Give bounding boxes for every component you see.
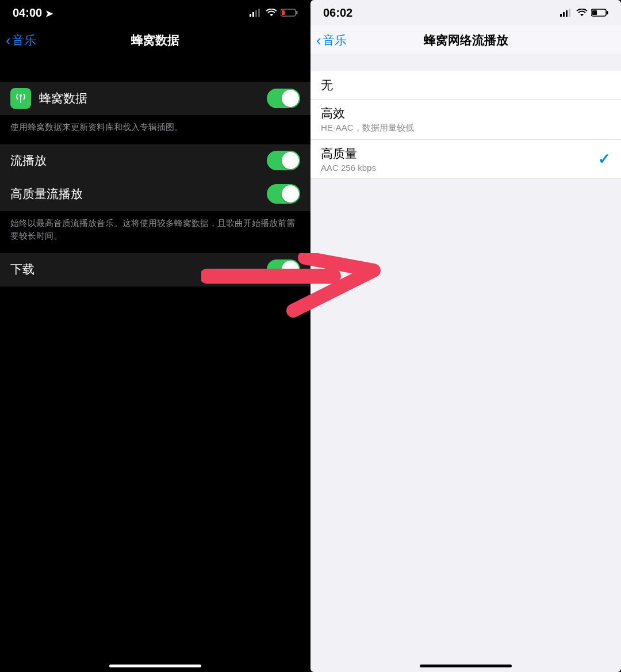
- svg-rect-6: [296, 11, 298, 14]
- nav-bar: ‹ 音乐 蜂窝数据: [0, 25, 310, 55]
- page-title: 蜂窝网络流播放: [310, 32, 621, 48]
- option-title: 高质量: [321, 146, 598, 162]
- toggle-hq-streaming[interactable]: [267, 184, 300, 204]
- toggle-download[interactable]: [267, 259, 300, 279]
- battery-icon: [591, 9, 608, 17]
- status-bar: 06:02: [310, 0, 621, 25]
- row-download[interactable]: 下载: [0, 253, 310, 287]
- option-subtitle: AAC 256 kbps: [321, 163, 598, 173]
- home-indicator[interactable]: [420, 665, 512, 667]
- option-title: 无: [321, 77, 611, 93]
- row-cellular-data[interactable]: 蜂窝数据: [0, 82, 310, 115]
- toggle-cellular[interactable]: [267, 89, 300, 108]
- antenna-icon: [10, 88, 31, 109]
- svg-rect-14: [607, 11, 608, 14]
- wifi-icon: [576, 9, 588, 17]
- page-title: 蜂窝数据: [0, 32, 310, 48]
- option-title: 高效: [321, 105, 611, 121]
- nav-bar: ‹ 音乐 蜂窝网络流播放: [310, 25, 621, 55]
- status-bar: 04:00 ➤: [0, 0, 310, 25]
- row-label: 蜂窝数据: [39, 90, 267, 106]
- status-time: 04:00 ➤: [13, 6, 53, 20]
- row-label: 高质量流播放: [10, 186, 267, 202]
- row-label: 下载: [10, 261, 267, 277]
- status-time: 06:02: [323, 6, 352, 20]
- quality-options: 无 高效 HE-AAC，数据用量较低 高质量 AAC 256 kbps ✓: [310, 71, 621, 179]
- wifi-icon: [266, 9, 277, 17]
- row-label: 流播放: [10, 152, 267, 169]
- checkmark-icon: ✓: [598, 150, 611, 168]
- home-indicator[interactable]: [109, 665, 201, 667]
- svg-rect-5: [282, 10, 285, 15]
- footer-cellular: 使用蜂窝数据来更新资料库和载入专辑插图。: [0, 115, 310, 144]
- phone-left-dark: 04:00 ➤ ‹ 音乐 蜂窝数据 蜂窝数据 使用蜂窝数据来更新资料库和载入专辑…: [0, 0, 310, 672]
- svg-rect-1: [252, 12, 254, 17]
- battery-icon: [281, 9, 298, 17]
- option-subtitle: HE-AAC，数据用量较低: [321, 123, 611, 133]
- option-efficient[interactable]: 高效 HE-AAC，数据用量较低: [310, 100, 621, 140]
- toggle-streaming[interactable]: [267, 151, 300, 170]
- row-streaming[interactable]: 流播放: [0, 144, 310, 178]
- row-hq-streaming[interactable]: 高质量流播放: [0, 178, 310, 211]
- footer-hq: 始终以最高音质流播放音乐。这将使用较多蜂窝数据，且歌曲开始播放前需要较长时间。: [0, 211, 310, 253]
- option-high-quality[interactable]: 高质量 AAC 256 kbps ✓: [310, 140, 621, 179]
- svg-rect-10: [566, 10, 568, 17]
- svg-rect-9: [563, 12, 565, 17]
- signal-icon: [250, 9, 262, 17]
- status-icons: [560, 9, 608, 17]
- svg-rect-11: [569, 9, 570, 17]
- signal-icon: [560, 9, 573, 17]
- svg-rect-13: [592, 10, 597, 15]
- svg-rect-8: [560, 14, 562, 17]
- location-icon: ➤: [45, 9, 53, 18]
- svg-rect-3: [258, 9, 260, 17]
- status-icons: [250, 9, 298, 17]
- svg-point-7: [20, 94, 22, 97]
- phone-right-light: 06:02 ‹ 音乐 蜂窝网络流播放 无 高效 HE-AAC，数据用量较低: [310, 0, 621, 672]
- option-none[interactable]: 无: [310, 71, 621, 100]
- svg-rect-0: [250, 14, 251, 17]
- svg-rect-2: [255, 10, 257, 17]
